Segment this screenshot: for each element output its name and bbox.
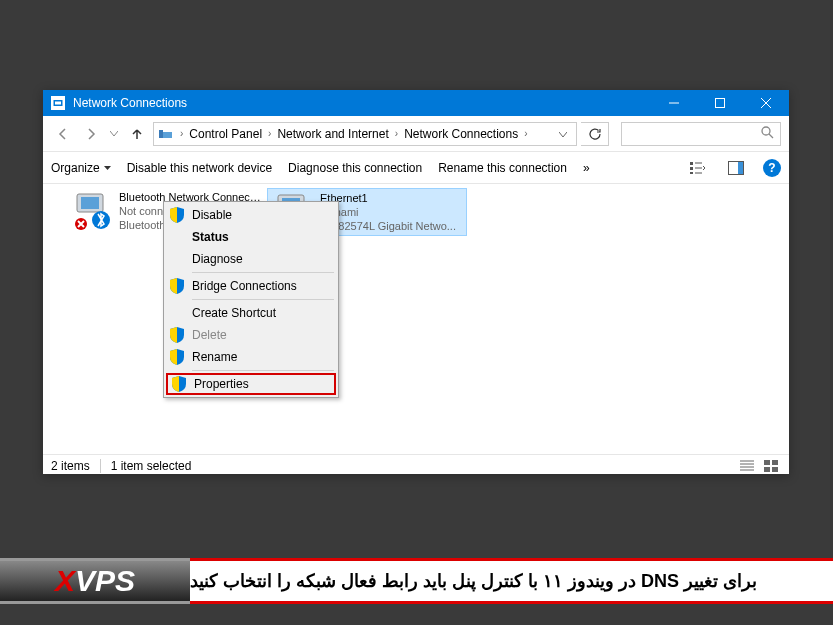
adapters-list: Bluetooth Network Connection Not connect… [43,184,789,454]
chevron-right-icon: › [178,128,185,139]
svg-rect-11 [690,167,693,170]
bluetooth-adapter-icon [71,190,113,232]
svg-rect-10 [690,162,693,165]
menu-separator [192,370,334,371]
svg-rect-29 [772,460,778,465]
menu-diagnose[interactable]: Diagnose [166,248,336,270]
window-title: Network Connections [73,96,187,110]
organize-menu[interactable]: Organize [51,161,111,175]
menu-rename[interactable]: Rename [166,346,336,368]
maximize-button[interactable] [697,90,743,116]
svg-rect-12 [690,172,693,174]
chevron-right-icon: › [266,128,273,139]
adapter-status: tsunami [320,205,456,219]
shield-icon [170,349,186,365]
selection-count: 1 item selected [111,459,192,473]
svg-line-9 [769,134,773,138]
disable-device-button[interactable]: Disable this network device [127,161,272,175]
status-bar: 2 items 1 item selected [43,454,789,476]
details-view-button[interactable] [737,458,757,474]
svg-rect-7 [159,130,163,138]
close-button[interactable] [743,90,789,116]
shield-icon [170,327,186,343]
large-icons-view-button[interactable] [761,458,781,474]
item-count: 2 items [51,459,90,473]
refresh-button[interactable] [581,122,609,146]
command-bar: Organize Disable this network device Dia… [43,152,789,184]
menu-delete[interactable]: Delete [166,324,336,346]
menu-disable[interactable]: Disable [166,204,336,226]
preview-pane-button[interactable] [725,157,747,179]
breadcrumb-control-panel[interactable]: Control Panel [185,127,266,141]
overflow-button[interactable]: » [583,161,590,175]
adapter-name: Ethernet1 [320,191,456,205]
breadcrumb-network-connections[interactable]: Network Connections [400,127,522,141]
address-row: › Control Panel › Network and Internet ›… [43,116,789,152]
search-input[interactable] [621,122,781,146]
svg-point-8 [762,127,770,135]
help-button[interactable]: ? [763,159,781,177]
svg-rect-28 [764,460,770,465]
back-button[interactable] [51,122,75,146]
svg-rect-30 [764,467,770,472]
shield-icon [172,376,188,392]
address-dropdown[interactable] [554,127,572,141]
rename-button[interactable]: Rename this connection [438,161,567,175]
breadcrumb-network-internet[interactable]: Network and Internet [273,127,392,141]
xvps-logo: XVPS [0,558,190,604]
svg-rect-3 [716,99,725,108]
shield-icon [170,278,186,294]
svg-rect-17 [738,162,743,174]
caption-text: برای تغییر DNS در ویندوز ۱۱ با کنترل پنل… [190,558,833,604]
menu-properties[interactable]: Properties [166,373,336,395]
svg-rect-1 [55,102,61,105]
chevron-right-icon: › [522,128,529,139]
shield-icon [170,207,186,223]
svg-rect-19 [81,197,99,209]
titlebar: Network Connections [43,90,789,116]
recent-dropdown[interactable] [107,122,121,146]
network-connections-window: Network Connections › Cont [43,90,789,474]
search-icon [760,125,774,143]
location-icon [158,126,174,142]
up-button[interactable] [125,122,149,146]
menu-status[interactable]: Status [166,226,336,248]
address-bar[interactable]: › Control Panel › Network and Internet ›… [153,122,577,146]
menu-separator [192,272,334,273]
diagnose-button[interactable]: Diagnose this connection [288,161,422,175]
adapter-device: (R) 82574L Gigabit Netwo... [320,219,456,233]
view-options-button[interactable] [687,157,709,179]
caption-banner: XVPS برای تغییر DNS در ویندوز ۱۱ با کنتر… [0,558,833,604]
window-icon [51,96,65,110]
minimize-button[interactable] [651,90,697,116]
chevron-down-icon [104,166,111,170]
chevron-right-icon: › [393,128,400,139]
menu-bridge[interactable]: Bridge Connections [166,275,336,297]
menu-create-shortcut[interactable]: Create Shortcut [166,302,336,324]
svg-rect-31 [772,467,778,472]
forward-button[interactable] [79,122,103,146]
context-menu: Disable Status Diagnose Bridge Connectio… [163,201,339,398]
menu-separator [192,299,334,300]
